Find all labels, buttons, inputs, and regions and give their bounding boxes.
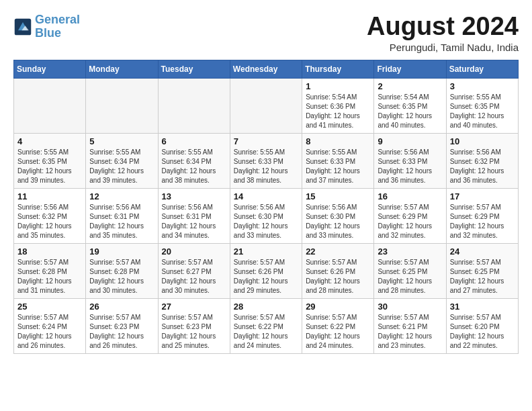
location-subtitle: Perungudi, Tamil Nadu, India bbox=[367, 42, 519, 53]
calendar-day: 27Sunrise: 5:57 AMSunset: 6:23 PMDayligh… bbox=[158, 299, 230, 354]
day-number: 2 bbox=[378, 81, 442, 91]
day-info: Sunrise: 5:56 AMSunset: 6:32 PMDaylight:… bbox=[450, 148, 515, 185]
weekday-header: Friday bbox=[374, 60, 446, 79]
page-header: General Blue August 2024 Perungudi, Tami… bbox=[13, 13, 519, 53]
weekday-header: Tuesday bbox=[158, 60, 230, 79]
day-info: Sunrise: 5:57 AMSunset: 6:21 PMDaylight:… bbox=[378, 313, 442, 351]
calendar-day bbox=[158, 79, 230, 134]
day-info: Sunrise: 5:57 AMSunset: 6:25 PMDaylight:… bbox=[450, 258, 515, 295]
weekday-header: Thursday bbox=[302, 60, 374, 79]
day-number: 31 bbox=[450, 302, 515, 312]
calendar-day: 25Sunrise: 5:57 AMSunset: 6:24 PMDayligh… bbox=[14, 299, 86, 354]
day-info: Sunrise: 5:57 AMSunset: 6:29 PMDaylight:… bbox=[450, 203, 515, 240]
calendar-day: 21Sunrise: 5:57 AMSunset: 6:26 PMDayligh… bbox=[230, 244, 302, 299]
weekday-header-row: SundayMondayTuesdayWednesdayThursdayFrid… bbox=[14, 60, 519, 79]
day-number: 7 bbox=[234, 136, 298, 146]
day-info: Sunrise: 5:55 AMSunset: 6:33 PMDaylight:… bbox=[234, 148, 298, 185]
calendar-day: 6Sunrise: 5:55 AMSunset: 6:34 PMDaylight… bbox=[158, 134, 230, 189]
day-info: Sunrise: 5:57 AMSunset: 6:23 PMDaylight:… bbox=[162, 313, 226, 351]
calendar-day: 9Sunrise: 5:56 AMSunset: 6:33 PMDaylight… bbox=[374, 134, 446, 189]
day-info: Sunrise: 5:57 AMSunset: 6:29 PMDaylight:… bbox=[378, 203, 442, 240]
day-number: 18 bbox=[17, 246, 82, 257]
day-number: 28 bbox=[234, 302, 298, 312]
day-info: Sunrise: 5:55 AMSunset: 6:34 PMDaylight:… bbox=[162, 148, 226, 185]
day-number: 6 bbox=[162, 136, 226, 146]
calendar-day: 29Sunrise: 5:57 AMSunset: 6:22 PMDayligh… bbox=[302, 299, 374, 354]
day-info: Sunrise: 5:54 AMSunset: 6:35 PMDaylight:… bbox=[378, 93, 442, 130]
calendar-day: 16Sunrise: 5:57 AMSunset: 6:29 PMDayligh… bbox=[374, 189, 446, 244]
calendar-day: 18Sunrise: 5:57 AMSunset: 6:28 PMDayligh… bbox=[14, 244, 86, 299]
day-number: 1 bbox=[306, 81, 370, 91]
logo-line1: General bbox=[35, 13, 80, 26]
calendar-day: 1Sunrise: 5:54 AMSunset: 6:36 PMDaylight… bbox=[302, 79, 374, 134]
day-number: 3 bbox=[450, 81, 515, 91]
calendar-day bbox=[86, 79, 158, 134]
day-info: Sunrise: 5:57 AMSunset: 6:25 PMDaylight:… bbox=[378, 258, 442, 295]
weekday-header: Wednesday bbox=[230, 60, 302, 79]
day-info: Sunrise: 5:57 AMSunset: 6:28 PMDaylight:… bbox=[89, 258, 154, 295]
calendar-day: 8Sunrise: 5:55 AMSunset: 6:33 PMDaylight… bbox=[302, 134, 374, 189]
calendar-day bbox=[230, 79, 302, 134]
calendar-day: 2Sunrise: 5:54 AMSunset: 6:35 PMDaylight… bbox=[374, 79, 446, 134]
day-info: Sunrise: 5:57 AMSunset: 6:22 PMDaylight:… bbox=[306, 313, 370, 351]
day-number: 21 bbox=[234, 246, 298, 257]
weekday-header: Sunday bbox=[14, 60, 86, 79]
day-info: Sunrise: 5:57 AMSunset: 6:22 PMDaylight:… bbox=[234, 313, 298, 351]
calendar-week-row: 18Sunrise: 5:57 AMSunset: 6:28 PMDayligh… bbox=[14, 244, 519, 299]
day-info: Sunrise: 5:55 AMSunset: 6:35 PMDaylight:… bbox=[17, 148, 82, 185]
day-info: Sunrise: 5:54 AMSunset: 6:36 PMDaylight:… bbox=[306, 93, 370, 130]
calendar-day: 4Sunrise: 5:55 AMSunset: 6:35 PMDaylight… bbox=[14, 134, 86, 189]
day-info: Sunrise: 5:57 AMSunset: 6:20 PMDaylight:… bbox=[450, 313, 515, 351]
calendar-day: 17Sunrise: 5:57 AMSunset: 6:29 PMDayligh… bbox=[446, 189, 518, 244]
calendar-day: 22Sunrise: 5:57 AMSunset: 6:26 PMDayligh… bbox=[302, 244, 374, 299]
day-number: 19 bbox=[89, 246, 154, 257]
title-block: August 2024 Perungudi, Tamil Nadu, India bbox=[367, 13, 519, 53]
calendar-week-row: 25Sunrise: 5:57 AMSunset: 6:24 PMDayligh… bbox=[14, 299, 519, 354]
day-info: Sunrise: 5:56 AMSunset: 6:33 PMDaylight:… bbox=[378, 148, 442, 185]
day-info: Sunrise: 5:57 AMSunset: 6:24 PMDaylight:… bbox=[17, 313, 82, 351]
calendar-day: 24Sunrise: 5:57 AMSunset: 6:25 PMDayligh… bbox=[446, 244, 518, 299]
calendar-day: 23Sunrise: 5:57 AMSunset: 6:25 PMDayligh… bbox=[374, 244, 446, 299]
month-title: August 2024 bbox=[367, 13, 519, 39]
calendar-day: 28Sunrise: 5:57 AMSunset: 6:22 PMDayligh… bbox=[230, 299, 302, 354]
day-info: Sunrise: 5:57 AMSunset: 6:28 PMDaylight:… bbox=[17, 258, 82, 295]
day-number: 25 bbox=[17, 302, 82, 312]
calendar-day: 7Sunrise: 5:55 AMSunset: 6:33 PMDaylight… bbox=[230, 134, 302, 189]
calendar-week-row: 1Sunrise: 5:54 AMSunset: 6:36 PMDaylight… bbox=[14, 79, 519, 134]
calendar-day: 3Sunrise: 5:55 AMSunset: 6:35 PMDaylight… bbox=[446, 79, 518, 134]
calendar-day: 5Sunrise: 5:55 AMSunset: 6:34 PMDaylight… bbox=[86, 134, 158, 189]
calendar-day: 10Sunrise: 5:56 AMSunset: 6:32 PMDayligh… bbox=[446, 134, 518, 189]
day-info: Sunrise: 5:55 AMSunset: 6:35 PMDaylight:… bbox=[450, 93, 515, 130]
day-number: 15 bbox=[306, 191, 370, 201]
day-number: 27 bbox=[162, 302, 226, 312]
day-info: Sunrise: 5:56 AMSunset: 6:32 PMDaylight:… bbox=[17, 203, 82, 240]
calendar-day: 30Sunrise: 5:57 AMSunset: 6:21 PMDayligh… bbox=[374, 299, 446, 354]
day-info: Sunrise: 5:56 AMSunset: 6:31 PMDaylight:… bbox=[89, 203, 154, 240]
calendar-day: 31Sunrise: 5:57 AMSunset: 6:20 PMDayligh… bbox=[446, 299, 518, 354]
day-number: 30 bbox=[378, 302, 442, 312]
calendar-day: 14Sunrise: 5:56 AMSunset: 6:30 PMDayligh… bbox=[230, 189, 302, 244]
day-number: 17 bbox=[450, 191, 515, 201]
day-number: 26 bbox=[89, 302, 154, 312]
day-info: Sunrise: 5:57 AMSunset: 6:26 PMDaylight:… bbox=[306, 258, 370, 295]
calendar-week-row: 4Sunrise: 5:55 AMSunset: 6:35 PMDaylight… bbox=[14, 134, 519, 189]
calendar-body: 1Sunrise: 5:54 AMSunset: 6:36 PMDaylight… bbox=[14, 79, 519, 354]
day-number: 10 bbox=[450, 136, 515, 146]
calendar-day: 19Sunrise: 5:57 AMSunset: 6:28 PMDayligh… bbox=[86, 244, 158, 299]
calendar-day: 26Sunrise: 5:57 AMSunset: 6:23 PMDayligh… bbox=[86, 299, 158, 354]
day-number: 12 bbox=[89, 191, 154, 201]
logo: General Blue bbox=[13, 13, 80, 40]
calendar-table: SundayMondayTuesdayWednesdayThursdayFrid… bbox=[13, 60, 519, 354]
day-info: Sunrise: 5:55 AMSunset: 6:33 PMDaylight:… bbox=[306, 148, 370, 185]
day-number: 9 bbox=[378, 136, 442, 146]
day-info: Sunrise: 5:56 AMSunset: 6:30 PMDaylight:… bbox=[234, 203, 298, 240]
day-info: Sunrise: 5:57 AMSunset: 6:27 PMDaylight:… bbox=[162, 258, 226, 295]
day-info: Sunrise: 5:55 AMSunset: 6:34 PMDaylight:… bbox=[89, 148, 154, 185]
day-number: 8 bbox=[306, 136, 370, 146]
day-number: 29 bbox=[306, 302, 370, 312]
calendar-day bbox=[14, 79, 86, 134]
calendar-day: 13Sunrise: 5:56 AMSunset: 6:31 PMDayligh… bbox=[158, 189, 230, 244]
day-info: Sunrise: 5:57 AMSunset: 6:26 PMDaylight:… bbox=[234, 258, 298, 295]
day-number: 4 bbox=[17, 136, 82, 146]
day-number: 23 bbox=[378, 246, 442, 257]
